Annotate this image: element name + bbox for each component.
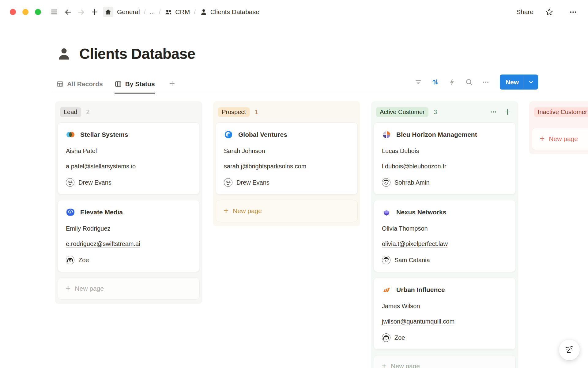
sam-catania-avatar (382, 256, 390, 264)
new-page-button[interactable]: +New page (58, 278, 200, 300)
client-card[interactable]: Nexus Networks Olivia Thompson olivia.t@… (374, 200, 516, 272)
card-title-row: Elevate Media (66, 208, 191, 217)
card-title-row: Global Ventures (224, 130, 349, 139)
new-tab-plus-icon[interactable] (89, 7, 100, 17)
tab-label: By Status (125, 80, 155, 88)
card-title-row: Stellar Systems (66, 130, 191, 139)
new-page-label: New page (233, 207, 262, 215)
new-page-button[interactable]: +New page (374, 355, 516, 368)
column-header: Lead 2 (58, 105, 200, 118)
breadcrumb-separator: / (144, 9, 146, 16)
card-title-row: Nexus Networks (382, 208, 507, 217)
column-actions (489, 108, 513, 116)
column-more-icon[interactable] (489, 108, 497, 116)
new-page-label: New page (75, 285, 104, 292)
face-doodle-icon (563, 343, 576, 356)
view-actions-toolbar: New (414, 75, 538, 93)
face-doodle-button[interactable] (559, 339, 580, 360)
view-more-icon[interactable] (482, 78, 490, 86)
client-card[interactable]: Urban Influence James Wilson jwilson@qua… (374, 278, 516, 350)
close-window-button[interactable] (10, 9, 16, 15)
new-page-label: New page (391, 362, 420, 368)
email-link[interactable]: a.patel@stellarsystems.io (66, 163, 136, 170)
owner-row: Sohrab Amin (382, 178, 507, 187)
tab-by-status[interactable]: By Status (115, 80, 155, 94)
email-link[interactable]: sarah.j@brightsparksolns.com (224, 163, 306, 170)
automation-lightning-icon[interactable] (448, 78, 456, 86)
board-view-icon (115, 80, 122, 88)
column-cards: Stellar Systems Aisha Patel a.patel@stel… (58, 122, 200, 272)
new-page-button[interactable]: +New page (532, 128, 588, 150)
tab-label: All Records (67, 80, 103, 88)
email-link[interactable]: l.dubois@bleuhorizon.fr (382, 163, 446, 170)
slanted-stripes-icon (382, 285, 391, 294)
filter-icon[interactable] (414, 78, 423, 86)
blue-swirl-icon (224, 130, 233, 139)
board-column-lead: Lead 2 Stellar Systems Aisha Patel a.pat… (55, 101, 202, 304)
window-controls (10, 9, 41, 15)
breadcrumb-ellipsis[interactable]: ... (149, 8, 155, 16)
zoom-window-button[interactable] (35, 9, 41, 15)
column-count: 1 (255, 109, 258, 116)
column-status-badge[interactable]: Lead (60, 107, 81, 117)
email-link[interactable]: olivia.t@pixelperfect.law (382, 240, 448, 248)
more-options-icon[interactable] (568, 7, 578, 17)
plus-icon: + (540, 134, 545, 143)
breadcrumb-separator: / (159, 9, 161, 16)
window-titlebar: General / ... / CRM / Clients Database S… (0, 0, 588, 24)
column-status-badge[interactable]: Active Customer (376, 107, 428, 117)
zoe-avatar (382, 333, 390, 342)
column-status-badge[interactable]: Prospect (218, 107, 250, 117)
contact-name: Lucas Dubois (382, 147, 507, 155)
back-button[interactable] (62, 7, 73, 17)
owner-row: Sam Catania (382, 256, 507, 264)
blue-spiral-icon (66, 208, 75, 217)
page-header: Clients Database (56, 45, 195, 62)
breadcrumb-team-label: CRM (175, 8, 190, 16)
column-add-card-plus-icon[interactable] (503, 108, 511, 116)
owner-name: Sohrab Amin (394, 179, 430, 186)
minimize-window-button[interactable] (22, 9, 28, 15)
contact-name: James Wilson (382, 302, 507, 310)
titlebar-actions: Share (516, 7, 578, 17)
client-card[interactable]: Bleu Horizon Management Lucas Dubois l.d… (374, 122, 516, 194)
favorite-star-icon[interactable] (544, 7, 554, 17)
zoe-avatar (66, 256, 74, 264)
client-card[interactable]: Stellar Systems Aisha Patel a.patel@stel… (58, 122, 200, 194)
company-name: Urban Influence (396, 286, 445, 293)
new-record-dropdown-chevron-down-icon[interactable] (524, 79, 538, 86)
owner-name: Zoe (394, 334, 405, 341)
pie-quadrant-icon (382, 130, 391, 139)
person-icon (200, 8, 208, 16)
new-record-button[interactable]: New (500, 79, 524, 86)
breadcrumb-workspace[interactable]: General (117, 8, 140, 16)
new-page-label: New page (549, 135, 578, 143)
breadcrumb-team-crm[interactable]: CRM (164, 8, 190, 16)
owner-name: Drew Evans (78, 179, 111, 186)
contact-name: Emily Rodriguez (66, 225, 191, 232)
column-status-badge[interactable]: Inactive Customer (534, 107, 588, 117)
search-icon[interactable] (465, 78, 473, 86)
table-view-icon (56, 80, 64, 88)
new-page-button[interactable]: +New page (216, 200, 358, 222)
email-link[interactable]: e.rodriguez@swiftstream.ai (66, 240, 140, 248)
column-header: Active Customer 3 (374, 105, 516, 118)
client-card[interactable]: Global Ventures Sarah Johnson sarah.j@br… (216, 122, 358, 194)
forward-button[interactable] (76, 7, 86, 17)
board-column-active-customer: Active Customer 3 Bleu Horizon Managemen… (371, 101, 518, 368)
home-button[interactable] (103, 7, 113, 17)
board-column-inactive-customer: Inactive Customer +New page (529, 101, 588, 154)
tab-all-records[interactable]: All Records (56, 80, 103, 94)
plus-icon: + (224, 206, 228, 215)
sort-icon[interactable] (431, 78, 439, 86)
owner-name: Drew Evans (236, 179, 270, 186)
add-view-plus-icon[interactable] (168, 80, 176, 93)
breadcrumb-page-label: Clients Database (210, 8, 259, 16)
share-button[interactable]: Share (516, 8, 533, 16)
breadcrumb-page[interactable]: Clients Database (200, 8, 259, 16)
column-count: 2 (86, 109, 90, 116)
client-card[interactable]: Elevate Media Emily Rodriguez e.rodrigue… (58, 200, 200, 272)
views-toolbar-row: All Records By Status New (52, 74, 538, 93)
sidebar-toggle-hamburger-icon[interactable] (49, 7, 59, 17)
email-link[interactable]: jwilson@quantumquill.com (382, 318, 454, 325)
